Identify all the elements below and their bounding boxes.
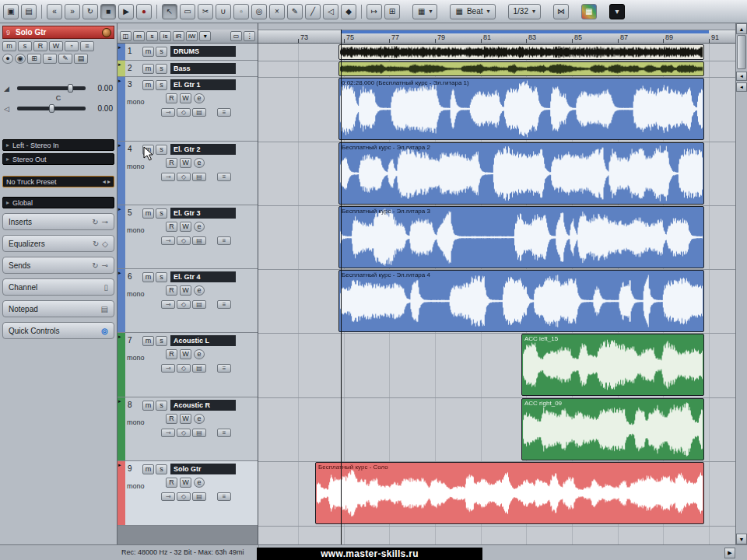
tracklist-view-icon[interactable]: ▭ — [230, 31, 242, 41]
track-name[interactable]: El. Gtr 1 — [170, 79, 236, 90]
track-write-button[interactable]: W — [180, 285, 191, 296]
clip-el-gtr-3[interactable]: Бесплатный курс - Эл.гитара 3 — [338, 206, 704, 268]
audition-tool-button[interactable]: ◁ — [323, 4, 338, 19]
inspector-list-button[interactable]: ≡ — [43, 54, 57, 64]
track-row-acoustic-l[interactable]: ▸ 7 mono m s Acoustic L R W e ⊸ ◇ ▤ ≡ — [117, 333, 258, 397]
select-tool-button[interactable]: ↖ — [162, 4, 177, 19]
clip-el-gtr-1[interactable]: 0:02:28.000 (Бесплатный курс - Эл.гитара… — [338, 78, 704, 140]
track-row-el-gtr-1[interactable]: ▸ 3 mono m s El. Gtr 1 R W e ⊸ ◇ ▤ ≡ — [117, 77, 258, 142]
track-pan-icon[interactable]: ◇ — [177, 300, 191, 309]
color-tool-button[interactable]: ◆ — [341, 4, 356, 19]
track-read-button[interactable]: R — [166, 158, 177, 168]
clip-acoustic-l[interactable]: ACC left_15 — [521, 334, 704, 396]
inspector-track-title[interactable]: 9 Solo Gtr — [2, 26, 114, 39]
track-pan-icon[interactable]: ◇ — [177, 364, 191, 373]
inspector-freeze-button[interactable]: ≡ — [80, 41, 94, 51]
clip-el-gtr-2[interactable]: Бесплатный курс - Эл.гитара 2 — [338, 142, 704, 205]
track-lane-icon[interactable]: ▤ — [192, 173, 206, 181]
autoscroll-button[interactable]: ↦ — [366, 4, 382, 19]
pan-fader[interactable] — [17, 107, 86, 110]
track-write-button[interactable]: W — [180, 349, 191, 359]
zoom-preset-icon[interactable]: ◂ — [736, 82, 747, 92]
solo-all-button[interactable]: s — [146, 31, 158, 41]
track-row-acoustic-r[interactable]: ▸ 8 mono m s Acoustic R R W e ⊸ ◇ ▤ ≡ — [117, 397, 258, 461]
clip-bass[interactable] — [338, 61, 704, 76]
track-pan-icon[interactable]: ◇ — [177, 236, 191, 245]
track-name[interactable]: DRUMS — [170, 46, 236, 57]
stop-button[interactable]: ■ — [100, 4, 116, 19]
mute-all-button[interactable]: m — [133, 31, 145, 41]
global-settings-bar[interactable]: ▸ Global — [2, 197, 114, 208]
track-pan-icon[interactable]: ◇ — [177, 108, 191, 117]
activate-project-button[interactable]: ▣ — [3, 4, 19, 19]
vertical-scrollbar-track[interactable] — [736, 92, 747, 534]
track-edit-button[interactable]: e — [194, 222, 205, 232]
next-marker-button[interactable]: » — [65, 4, 80, 19]
glue-tool-button[interactable]: ∪ — [216, 4, 231, 19]
inspector-write-button[interactable]: W — [49, 41, 63, 51]
inspector-read-button[interactable]: R — [33, 41, 47, 51]
inspector-section-notepad[interactable]: Notepad ▤ — [2, 300, 114, 317]
inspector-section-channel[interactable]: Channel ▯ — [2, 278, 114, 296]
track-edit-button[interactable]: e — [194, 349, 205, 359]
inspector-edit-channel-button[interactable]: ▫ — [65, 41, 79, 51]
scroll-right-icon[interactable]: ▶ — [724, 548, 735, 558]
grid-type-select[interactable]: ▦ ▾ — [412, 4, 437, 19]
track-mute-button[interactable]: m — [142, 464, 154, 474]
track-row-el-gtr-3[interactable]: ▸ 5 mono m s El. Gtr 3 R W e ⊸ ◇ ▤ ≡ — [117, 205, 258, 269]
clip-solo-gtr[interactable]: Бесплатный курс - Соло — [315, 462, 704, 524]
track-more-icon[interactable]: ≡ — [217, 108, 231, 117]
track-pan-icon[interactable]: ◇ — [177, 492, 191, 501]
range-tool-button[interactable]: ▭ — [180, 4, 195, 19]
expand-arrow-icon[interactable]: ▸ — [118, 142, 121, 149]
track-output-icon[interactable]: ⊸ — [161, 173, 175, 181]
track-name[interactable]: El. Gtr 2 — [170, 144, 236, 155]
track-lane-icon[interactable]: ▤ — [192, 364, 206, 373]
play-button[interactable]: ▶ — [118, 4, 134, 19]
inspector-grid-button[interactable]: ▤ — [74, 54, 88, 64]
track-row-el-gtr-4[interactable]: ▸ 6 mono m s El. Gtr 4 R W e ⊸ ◇ ▤ ≡ — [117, 269, 258, 333]
monitor-button[interactable]: ◉ — [15, 54, 26, 64]
track-more-icon[interactable]: ≡ — [217, 173, 231, 181]
zoom-preset-icon[interactable]: ◂ — [736, 72, 747, 81]
expand-arrow-icon[interactable]: ▸ — [118, 78, 121, 84]
track-solo-button[interactable]: s — [156, 336, 167, 346]
snap-button[interactable]: ⊞ — [384, 4, 400, 19]
track-lane-icon[interactable]: ▤ — [192, 108, 206, 117]
track-name[interactable]: Solo Gtr — [170, 464, 236, 474]
vertical-scrollbar[interactable]: ▲ ◂ ◂ ▼ — [735, 23, 747, 544]
track-pan-icon[interactable]: ◇ — [177, 173, 191, 181]
track-read-button[interactable]: R — [166, 414, 177, 424]
track-read-button[interactable]: R — [166, 349, 177, 359]
inspector-section-inserts[interactable]: Inserts ↻ ⊸ — [2, 213, 114, 230]
track-mute-button[interactable]: m — [142, 64, 154, 74]
draw-tool-button[interactable]: ✎ — [287, 4, 303, 19]
track-lane-icon[interactable]: ▤ — [192, 492, 206, 501]
preset-prev-next-icons[interactable]: ◂ ▸ — [103, 178, 110, 185]
setup-window-button[interactable]: ▤ — [21, 4, 37, 19]
track-solo-button[interactable]: s — [156, 64, 167, 74]
inspector-section-quick-controls[interactable]: Quick Controls ◎ — [2, 322, 114, 339]
track-name[interactable]: El. Gtr 4 — [170, 271, 236, 282]
volume-fader[interactable] — [17, 86, 86, 90]
track-read-button[interactable]: R — [166, 478, 177, 488]
snap-mode-select[interactable]: ▦ Beat ▾ — [450, 4, 495, 19]
track-row-solo-gtr[interactable]: ▸ 9 mono m s Solo Gtr R W e ⊸ ◇ ▤ ≡ — [117, 461, 258, 526]
track-edit-button[interactable]: e — [194, 285, 205, 296]
track-edit-button[interactable]: e — [194, 478, 205, 488]
track-mute-button[interactable]: m — [142, 208, 154, 219]
volume-fader-thumb[interactable] — [68, 84, 73, 93]
pan-fader-thumb[interactable] — [49, 104, 54, 113]
track-write-button[interactable]: W — [180, 414, 191, 424]
record-button[interactable]: ● — [136, 4, 152, 19]
read-all-button[interactable]: iR — [173, 31, 184, 41]
track-mute-button[interactable]: m — [142, 401, 154, 411]
prev-marker-button[interactable]: « — [47, 4, 62, 19]
track-mute-button[interactable]: m — [142, 80, 154, 90]
cycle-button[interactable]: ↻ — [82, 4, 98, 19]
track-write-button[interactable]: W — [180, 478, 191, 488]
scroll-up-icon[interactable]: ▲ — [736, 23, 747, 34]
expand-arrow-icon[interactable]: ▸ — [118, 398, 121, 404]
track-output-icon[interactable]: ⊸ — [161, 236, 175, 245]
write-all-button[interactable]: iW — [186, 31, 198, 41]
